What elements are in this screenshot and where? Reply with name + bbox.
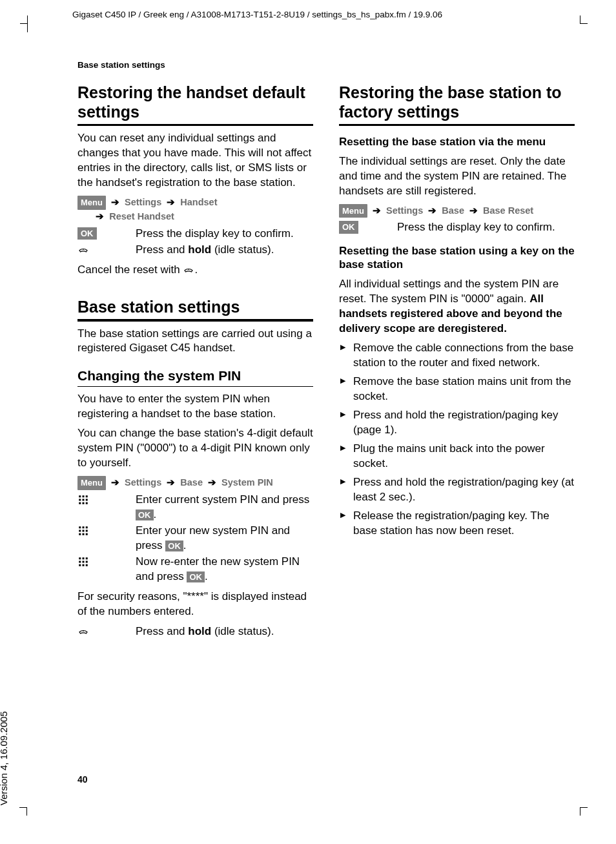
menu-key-icon: Menu [77, 476, 106, 490]
heading-base-station: Base station settings [77, 297, 313, 322]
ok-key-icon: OK [136, 509, 154, 521]
hangup-icon [183, 264, 194, 276]
list-item: Press and hold the registration/paging k… [339, 408, 575, 438]
svg-rect-9 [83, 502, 85, 504]
svg-rect-28 [86, 564, 88, 566]
svg-rect-5 [79, 499, 81, 501]
svg-point-1 [189, 269, 190, 271]
doc-meta-header: Gigaset C450 IP / Greek eng / A31008-M17… [39, 9, 577, 21]
para: You can change the base station's 4-digi… [77, 426, 313, 471]
menu-key-icon: Menu [339, 204, 367, 218]
svg-rect-21 [83, 557, 85, 559]
nav-label: Settings [386, 205, 423, 216]
svg-rect-24 [83, 561, 85, 562]
arrow-icon: ➔ [428, 204, 436, 218]
svg-rect-26 [79, 564, 81, 566]
menu-path-reset-handset: Menu ➔ Settings ➔ Handset ➔ Reset Handse… [77, 196, 313, 224]
ok-key-icon: OK [187, 571, 205, 583]
keypad-icon [77, 555, 136, 568]
list-item: Remove the base station mains unit from … [339, 375, 575, 404]
menu-path-system-pin: Menu ➔ Settings ➔ Base ➔ System PIN [77, 476, 313, 490]
svg-point-0 [83, 249, 84, 250]
heading-reset-via-menu: Resetting the base station via the menu [339, 135, 575, 149]
step-text: Press the display key to confirm. [397, 220, 575, 235]
svg-rect-12 [83, 526, 85, 528]
svg-rect-17 [79, 533, 81, 535]
right-column: Restoring the base station to factory se… [339, 83, 575, 640]
hangup-icon [77, 243, 136, 256]
arrow-icon: ➔ [167, 196, 175, 210]
para: For security reasons, "****" is displaye… [77, 590, 313, 619]
svg-rect-2 [79, 495, 81, 497]
running-head: Base station settings [77, 59, 577, 71]
para: The individual settings are reset. Only … [339, 154, 575, 199]
heading-restore-handset: Restoring the handset default settings [77, 83, 313, 126]
step-text: Press and hold (idle status). [136, 243, 313, 258]
arrow-icon: ➔ [208, 476, 216, 490]
svg-rect-19 [86, 533, 88, 535]
menu-key-icon: Menu [77, 196, 106, 210]
svg-rect-14 [79, 530, 81, 531]
svg-rect-16 [86, 530, 88, 531]
step-text: Press the display key to confirm. [136, 227, 313, 242]
ok-key-icon: OK [165, 540, 183, 552]
heading-restore-base: Restoring the base station to factory se… [339, 83, 575, 126]
para: The base station settings are carried ou… [77, 327, 313, 356]
list-item: Remove the cable connections from the ba… [339, 341, 575, 371]
nav-label: Settings [125, 477, 161, 488]
step-text: Press and hold (idle status). [136, 624, 313, 639]
svg-point-29 [83, 630, 84, 632]
svg-rect-18 [83, 533, 85, 535]
para: All individual settings and the system P… [339, 277, 575, 336]
step-text: Now re-enter the new system PIN and pres… [136, 555, 313, 584]
nav-label: System PIN [221, 477, 273, 488]
arrow-icon: ➔ [373, 204, 381, 218]
left-column: Restoring the handset default settings Y… [77, 83, 313, 640]
heading-system-pin: Changing the system PIN [77, 367, 313, 386]
nav-label: Base Reset [483, 205, 533, 216]
crop-mark [571, 23, 580, 32]
svg-rect-13 [86, 526, 88, 528]
crop-mark [571, 799, 580, 808]
svg-rect-7 [86, 499, 88, 501]
svg-rect-20 [79, 557, 81, 559]
nav-label: Base [442, 205, 464, 216]
heading-reset-via-key: Resetting the base station using a key o… [339, 244, 575, 272]
svg-rect-23 [79, 561, 81, 562]
nav-label: Settings [125, 197, 161, 207]
list-item: Press and hold the registration/paging k… [339, 475, 575, 505]
arrow-icon: ➔ [167, 476, 175, 490]
nav-label: Handset [180, 197, 217, 207]
nav-label: Reset Handset [109, 211, 174, 221]
svg-rect-10 [86, 502, 88, 504]
arrow-icon: ➔ [111, 476, 119, 490]
arrow-icon: ➔ [469, 204, 478, 218]
list-item: Plug the mains unit back into the power … [339, 442, 575, 471]
version-label: Version 4, 16.09.2005 [0, 711, 10, 805]
crop-mark [27, 23, 37, 32]
crop-mark [27, 799, 36, 808]
keypad-icon [77, 524, 136, 537]
menu-path-base-reset: Menu ➔ Settings ➔ Base ➔ Base Reset [339, 204, 575, 218]
svg-rect-3 [83, 495, 85, 497]
svg-rect-8 [79, 502, 81, 504]
arrow-icon: ➔ [96, 210, 104, 224]
hangup-icon [77, 624, 136, 637]
ok-key-icon: OK [77, 227, 97, 240]
reset-steps-list: Remove the cable connections from the ba… [339, 341, 575, 538]
keypad-icon [77, 493, 136, 506]
svg-rect-22 [86, 557, 88, 559]
list-item: Release the registration/paging key. The… [339, 509, 575, 539]
para: You can reset any individual settings an… [77, 131, 313, 190]
svg-rect-4 [86, 495, 88, 497]
svg-rect-15 [83, 530, 85, 531]
arrow-icon: ➔ [111, 196, 119, 210]
step-text: Enter your new system PIN and press OK. [136, 524, 313, 553]
para: Cancel the reset with . [77, 263, 313, 278]
ok-key-icon: OK [339, 221, 358, 234]
page-number: 40 [77, 774, 88, 786]
step-text: Enter current system PIN and press OK. [136, 493, 313, 522]
svg-rect-6 [83, 499, 85, 501]
nav-label: Base [180, 477, 203, 488]
para: You have to enter the system PIN when re… [77, 392, 313, 422]
